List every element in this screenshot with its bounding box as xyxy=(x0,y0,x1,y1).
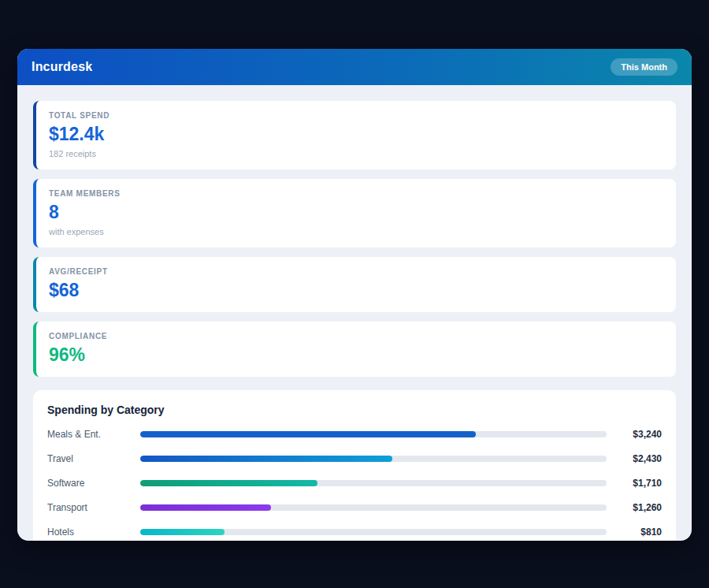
bar-track xyxy=(140,456,607,462)
stat-value: 96% xyxy=(49,344,663,366)
bar-fill xyxy=(140,431,476,437)
bar-track xyxy=(140,480,607,486)
category-label: Travel xyxy=(47,453,135,464)
dashboard-content: TOTAL SPEND $12.4k 182 receipts TEAM MEM… xyxy=(17,85,692,541)
category-value: $1,710 xyxy=(614,478,662,489)
category-value: $2,430 xyxy=(614,453,662,464)
category-value: $810 xyxy=(614,527,662,538)
stat-subtext: 182 receipts xyxy=(49,149,663,158)
category-row-meals: Meals & Ent. $3,240 xyxy=(47,429,662,440)
stat-value: 8 xyxy=(49,202,663,223)
stat-card-avg-receipt: AVG/RECEIPT $68 xyxy=(33,257,676,312)
stat-value: $12.4k xyxy=(49,124,663,145)
app-header: Incurdesk This Month xyxy=(17,49,692,85)
stat-label: TOTAL SPEND xyxy=(49,111,663,120)
category-value: $3,240 xyxy=(614,429,662,440)
stat-value: $68 xyxy=(49,280,663,301)
bar-fill xyxy=(140,480,317,486)
category-label: Transport xyxy=(47,502,135,513)
panel-title: Spending by Category xyxy=(47,404,662,416)
stat-card-total-spend: TOTAL SPEND $12.4k 182 receipts xyxy=(33,101,676,169)
category-label: Hotels xyxy=(47,527,135,538)
bar-fill xyxy=(140,456,392,462)
bar-fill xyxy=(140,504,271,511)
bar-track xyxy=(140,431,607,437)
app-title: Incurdesk xyxy=(32,60,92,74)
category-label: Software xyxy=(47,478,135,489)
category-row-hotels: Hotels $810 xyxy=(47,527,662,538)
stat-card-team-members: TEAM MEMBERS 8 with expenses xyxy=(33,179,676,247)
stat-label: AVG/RECEIPT xyxy=(49,267,663,276)
bar-fill xyxy=(140,529,225,535)
stat-label: COMPLIANCE xyxy=(49,332,663,341)
category-value: $1,260 xyxy=(614,502,662,513)
bar-track xyxy=(140,504,607,511)
period-badge[interactable]: This Month xyxy=(611,58,677,76)
stat-card-compliance: COMPLIANCE 96% xyxy=(33,322,676,377)
category-label: Meals & Ent. xyxy=(47,429,135,440)
category-row-travel: Travel $2,430 xyxy=(47,453,662,464)
stat-subtext: with expenses xyxy=(49,227,663,236)
category-row-transport: Transport $1,260 xyxy=(47,502,662,513)
stat-label: TEAM MEMBERS xyxy=(49,189,663,198)
bar-track xyxy=(140,529,607,535)
spending-by-category-panel: Spending by Category Meals & Ent. $3,240… xyxy=(33,390,676,541)
dashboard-card: Incurdesk This Month TOTAL SPEND $12.4k … xyxy=(17,49,692,541)
category-row-software: Software $1,710 xyxy=(47,478,662,489)
